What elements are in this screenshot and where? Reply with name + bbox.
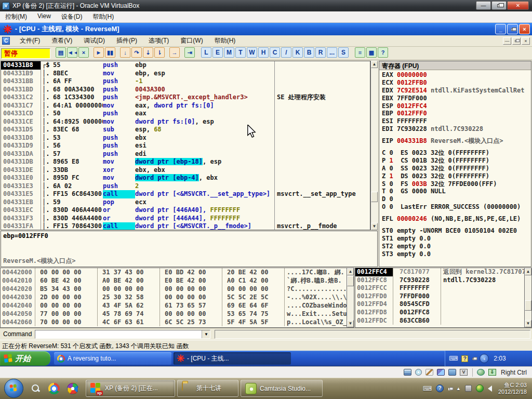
panel-button-W[interactable]: W xyxy=(247,47,257,58)
command-input[interactable] xyxy=(35,330,202,338)
show-hidden-icons[interactable]: ▲ xyxy=(456,386,461,391)
register-line[interactable]: T 0 GS 0000 NULL xyxy=(382,188,531,195)
help-tray-icon[interactable]: ? xyxy=(461,355,468,362)
step-over-icon[interactable]: ↷ xyxy=(131,47,142,58)
register-line[interactable]: EBX 7FFDF000 xyxy=(382,95,531,102)
network-icon[interactable] xyxy=(437,369,445,376)
dump-row[interactable]: 0044205077 00 00 0045 78 69 7400 00 00 0… xyxy=(1,310,354,318)
stack-row[interactable]: 0012FFCCFFFFFFFF xyxy=(355,284,531,292)
panel-button-S[interactable]: S xyxy=(338,47,349,58)
panel-button-K[interactable]: K xyxy=(292,47,303,58)
register-line[interactable]: ECX 0012FFB0 xyxy=(382,79,531,87)
register-line[interactable]: EFL 00000246 (NO,NB,E,BE,NS,PE,GE,LE) xyxy=(382,215,531,223)
scroll-down-icon[interactable]: ▼ xyxy=(371,223,378,230)
dump-row[interactable]: 00442020B5 34 43 0000 00 00 0000 00 00 0… xyxy=(1,285,354,293)
disasm-row[interactable]: 004331BB│.6A FFpush-1 xyxy=(1,77,370,86)
olly-menu-item[interactable]: 调试(D) xyxy=(78,35,111,47)
olly-menu-item[interactable]: 选项(T) xyxy=(143,35,175,47)
olly-menu-item[interactable]: 插件(P) xyxy=(111,35,143,47)
disasm-row[interactable]: 004331DE│.33DBxorebx, ebx xyxy=(1,166,370,175)
disasm-row[interactable]: 004331D9│.56pushesi xyxy=(1,142,370,150)
mdi-close-button[interactable]: × xyxy=(522,37,530,45)
register-line[interactable]: Z 1 DS 0023 32位 0(FFFFFFFF) xyxy=(382,172,531,180)
register-line[interactable]: EDI 7C930228 ntdll.7C930228 xyxy=(382,125,531,133)
disasm-row[interactable]: 004331D8│.53pushebx xyxy=(1,134,370,142)
mouse-integration-icon[interactable] xyxy=(477,369,485,376)
panel-button-/[interactable]: / xyxy=(281,47,291,58)
olly-menu-item[interactable]: 窗口(W) xyxy=(175,35,208,47)
restore-icon[interactable] xyxy=(448,385,452,392)
scroll-up-icon[interactable]: ▲ xyxy=(525,268,531,275)
animate-over-icon[interactable]: ⇂ xyxy=(154,47,165,58)
panel-button-M[interactable]: M xyxy=(224,47,234,58)
olly-restore-button[interactable] xyxy=(507,24,518,34)
xp-taskbar-ollydbg-task[interactable]: ✳ - [CPU - 主线... xyxy=(174,352,291,365)
panel-button-L[interactable]: L xyxy=(201,47,211,58)
run-icon[interactable]: ► xyxy=(94,47,104,58)
olly-menu-item[interactable]: 文件(F) xyxy=(14,35,46,47)
panel-button-T[interactable]: T xyxy=(235,47,246,58)
register-line[interactable]: O 0 LastErr ERROR_SUCCESS (00000000) xyxy=(382,203,531,211)
stack-row[interactable]: 0012FFDC863CCB60 xyxy=(355,317,531,325)
panel-button-C[interactable]: C xyxy=(270,47,280,58)
keyboard-capture-icon[interactable]: ⇩ xyxy=(488,369,496,376)
antivirus-tray-icon[interactable] xyxy=(476,384,484,392)
command-dropdown-icon[interactable]: ▼ xyxy=(202,330,210,338)
optical-disc-icon[interactable] xyxy=(415,369,422,376)
stack-row[interactable]: 0012FFC47C817077返回到 kernel32.7C817077 xyxy=(355,268,531,276)
scroll-thumb[interactable] xyxy=(347,276,354,286)
restore-vm-icon[interactable] xyxy=(472,355,476,362)
disasm-row[interactable]: 004331C2│.68 1C334300push<jmp.&MSVCRT._e… xyxy=(1,94,370,102)
panel-button-H[interactable]: H xyxy=(258,47,269,58)
disasm-row[interactable]: 004331B8┌$55pushebp xyxy=(1,61,370,70)
host-task-vm[interactable]: xp XP (备份 2) [正在... xyxy=(86,380,175,397)
step-into-icon[interactable]: ↓ xyxy=(120,47,130,58)
stack-panel[interactable]: 0012FFC47C817077返回到 kernel32.7C817077001… xyxy=(355,268,532,328)
olly-menu-item[interactable]: 查看(V) xyxy=(46,35,78,47)
panel-button-B[interactable]: B xyxy=(304,47,314,58)
close-program-icon[interactable]: × xyxy=(78,47,89,58)
register-line[interactable]: EBP 0012FFF0 xyxy=(382,110,531,117)
start-orb[interactable] xyxy=(4,379,23,398)
disasm-row[interactable]: 004331DA│.57pushedi xyxy=(1,150,370,158)
pause-icon[interactable]: ▮▮ xyxy=(105,47,115,58)
stack-row[interactable]: 0012FFD07FFDF000 xyxy=(355,292,531,301)
disasm-row[interactable]: 004331E0│.895D FCmovdword ptr [ebp-4], e… xyxy=(1,174,370,182)
dump-row[interactable]: 0044200000 00 00 0031 37 43 00E0 BD 42 0… xyxy=(1,268,354,276)
register-line[interactable]: S 0 FS 003B 32位 7FFDE000(FFF) xyxy=(382,180,531,188)
help-icon[interactable]: ? xyxy=(378,47,388,58)
register-line[interactable]: EDX 7C92E514 ntdll.KiFastSystemCallRet xyxy=(382,87,531,95)
registers-panel[interactable]: 寄存器 (FPU) EAX 00000000ECX 0012FFB0EDX 7C… xyxy=(379,61,531,267)
olly-minimize-button[interactable]: _ xyxy=(495,24,506,34)
dump-scrollbar[interactable]: ▲ ▼ xyxy=(347,268,354,327)
scroll-down-icon[interactable]: ▼ xyxy=(525,320,531,327)
scroll-up-icon[interactable]: ▲ xyxy=(347,268,354,275)
minimize-button[interactable]: — xyxy=(476,1,491,10)
hex-dump-panel[interactable]: 0044200000 00 00 0031 37 43 00E0 BD 42 0… xyxy=(0,268,354,328)
open-file-icon[interactable]: ▤ xyxy=(56,47,66,58)
restore-button[interactable] xyxy=(491,1,507,10)
disasm-row[interactable]: 004331DB│.8965 E8movdword ptr [ebp-18], … xyxy=(1,158,370,166)
pinwheel-browser-icon[interactable] xyxy=(64,380,82,397)
dump-row[interactable]: 0044206070 00 00 004C 6F 63 616C 5C 25 7… xyxy=(1,318,354,326)
disasm-row[interactable]: 004331BD│.68 00A34300push0043A300 xyxy=(1,86,370,94)
hard-disk-icon[interactable] xyxy=(404,369,411,376)
chrome-icon[interactable] xyxy=(45,380,63,397)
host-clock[interactable]: 鱼C 2:03 2012/12/18 xyxy=(498,382,527,395)
host-task-camtasia[interactable]: Camtasia Studio... xyxy=(241,380,323,397)
stack-row[interactable]: 0012FFD480545CFD xyxy=(355,300,531,309)
xp-start-button[interactable]: 开始 xyxy=(0,351,50,366)
volume-mixer-icon[interactable] xyxy=(465,385,472,392)
keyboard-layout-icon[interactable]: ⌨ xyxy=(423,385,432,392)
serial-port-icon[interactable] xyxy=(425,369,433,376)
register-line[interactable]: ESP 0012FFC4 xyxy=(382,102,531,110)
scroll-thumb[interactable] xyxy=(371,192,378,202)
until-return-icon[interactable]: → xyxy=(169,47,180,58)
disasm-row[interactable]: 004331B9│.8BECmovebp, esp xyxy=(1,70,370,78)
panel-button-...[interactable]: ... xyxy=(327,47,337,58)
windows-search-icon[interactable] xyxy=(26,380,44,397)
register-line[interactable]: EAX 00000000 xyxy=(382,71,531,79)
xp-taskbar-chrome-task[interactable]: A reversing tuto... xyxy=(54,352,171,365)
disasm-row[interactable]: 004331CD│.50pusheax xyxy=(1,110,370,118)
restart-icon[interactable]: ◄◄ xyxy=(67,47,77,58)
